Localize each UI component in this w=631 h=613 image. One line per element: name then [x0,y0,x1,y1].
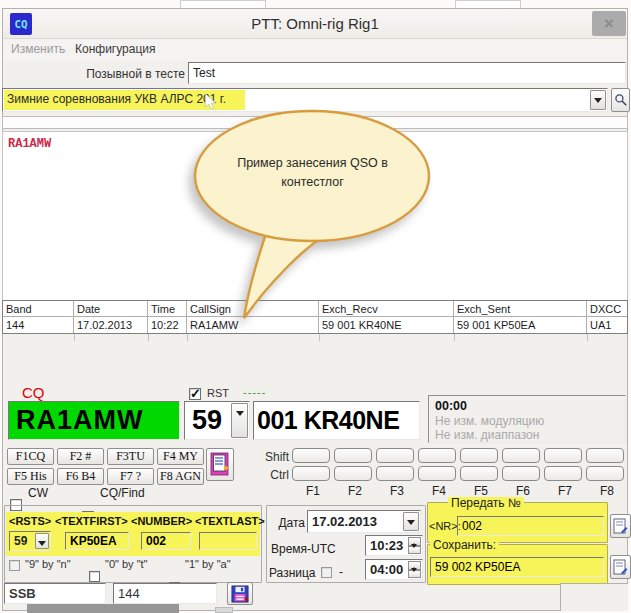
add-note-icon [210,452,230,477]
macro-header-rsts: <RSTS> [9,515,51,527]
close-button[interactable]: × [592,11,626,36]
status-line-1: Не изм. модуляцию [435,414,619,428]
save-group-label: Сохранить: [430,539,499,551]
note-edit-icon [613,559,628,576]
shift-macro-slot[interactable] [544,448,582,463]
send-nr-button[interactable] [610,514,631,538]
nr-input[interactable] [457,516,604,536]
band-input[interactable] [113,583,217,604]
textlast-input[interactable] [199,532,257,550]
shift-macro-slot[interactable] [292,448,330,463]
ctrl-macro-slot[interactable] [292,466,330,481]
app-icon-text: CQ [14,18,27,31]
note-edit-icon [613,518,628,535]
fkey-button-f8[interactable]: F8 AGN [157,468,204,485]
macros-group: <RSTS> <TEXTFIRST> <NUMBER> <TEXTLAST> 5… [4,505,262,583]
textfirst-input[interactable] [65,532,129,550]
sub-0t-checkbox[interactable] [89,571,100,582]
rig-status-panel: 00:00 Не изм. модуляцию Не изм. диаппазо… [428,395,626,443]
spin-down-icon[interactable] [408,570,421,579]
fkey-button-f2[interactable]: F2 # [57,448,104,465]
ctrl-macro-slot[interactable] [418,466,456,481]
cell-dxcc: UA1 [587,317,627,333]
rst-dropdown-arrow-icon[interactable] [231,403,248,438]
ctrl-macro-slot[interactable] [334,466,372,481]
mode-input[interactable] [4,583,106,604]
col-dxcc: DXCC [587,301,627,317]
contest-combobox[interactable]: Зимние соревнования УКВ АЛРС 201 г. [2,88,608,112]
bottom-right-panel [560,583,628,611]
log-callsign-text: RA1AMW [8,137,51,151]
send-nr-group-label: Передать № [448,497,524,509]
fkey-button-f1[interactable]: F1CQ [7,448,54,465]
rsts-combobox[interactable]: 59 [9,531,51,551]
menu-item-edit[interactable]: Изменить [11,42,65,56]
floppy-save-icon [231,585,249,603]
ctrl-macro-slot[interactable] [586,466,624,481]
ctrl-macro-slot[interactable] [502,466,540,481]
utc-spinner[interactable]: 10:23 [365,535,423,556]
sub-9n-checkbox[interactable] [9,560,20,571]
ctrl-macro-slot[interactable] [376,466,414,481]
rst-checkbox[interactable] [189,388,201,400]
exchange-input[interactable]: 001 KR40NE [253,401,420,440]
diff-spinner[interactable]: 04:00 [365,559,423,580]
mouse-cursor-icon [204,93,217,111]
title-bar: CQ PTT: Omni-rig Rig1 × [3,9,627,39]
shift-macro-slot[interactable] [334,448,372,463]
log-text-panel[interactable]: RA1AMW [2,131,628,300]
fkey-label: F7 [544,484,586,498]
fkey-button-f3[interactable]: F3TU [107,448,154,465]
table-gridline-stub [74,334,75,341]
collapsed-panel-strip [2,116,628,129]
background-artifact [215,607,233,613]
save-note-button[interactable] [610,555,631,579]
status-line-2: Не изм. диаппазон [435,428,619,442]
number-input[interactable] [141,532,191,550]
shift-macro-slot[interactable] [502,448,540,463]
menu-item-config[interactable]: Конфигурация [75,42,156,56]
fkey-button-f6[interactable]: F6 B4 [57,468,104,485]
screenshot-root: CQ PTT: Omni-rig Rig1 × Изменить Конфигу… [0,0,631,613]
contest-dropdown-arrow-icon[interactable] [590,90,606,110]
cell-callsign: RA1AMW [187,317,319,333]
menu-bar: Изменить Конфигурация [3,39,627,61]
fkey-button-f4[interactable]: F4 MY [157,448,204,465]
add-macro-button[interactable] [206,448,234,481]
shift-macro-slot[interactable] [586,448,624,463]
shift-macro-slot[interactable] [376,448,414,463]
fkey-button-f7[interactable]: F7 ? [107,468,154,485]
contest-search-button[interactable] [611,88,630,112]
cell-date: 17.02.2013 [74,317,148,333]
test-callsign-input[interactable] [188,62,626,84]
fkey-label: F2 [334,484,376,498]
rsts-dropdown-arrow-icon[interactable] [35,533,49,549]
date-dropdown-arrow-icon[interactable] [403,512,419,531]
shift-macro-slot[interactable] [460,448,498,463]
callsign-value: RA1AMW [9,402,179,438]
cell-exch-sent: 59 001 KP50EA [454,317,587,333]
date-combobox[interactable]: 17.02.2013 [307,510,421,533]
shift-macro-row [292,448,624,463]
shift-macro-slot[interactable] [418,448,456,463]
ctrl-macro-slot[interactable] [544,466,582,481]
close-icon: × [604,14,614,34]
table-row[interactable]: 144 17.02.2013 10:22 RA1AMW 59 001 KR40N… [3,317,627,333]
diff-spin-arrows[interactable] [408,561,421,578]
save-input[interactable] [430,557,604,577]
app-icon: CQ [10,13,32,35]
callsign-input[interactable]: RA1AMW [8,401,180,440]
log-table: Band Date Time CallSign Exch_Recv Exch_S… [2,300,628,334]
rst-combobox[interactable]: 59 [184,401,250,440]
exchange-value: 001 KR40NE [254,402,419,438]
col-callsign: CallSign [187,301,319,317]
table-gridline-stub [454,334,455,341]
ctrl-macro-slot[interactable] [460,466,498,481]
background-taskbar-artifact [27,604,179,613]
sub-9n-label: "9" by "n" [25,558,71,570]
spin-down-icon[interactable] [408,546,421,555]
diff-checkbox[interactable] [321,567,332,578]
utc-spin-arrows[interactable] [408,537,421,554]
fkey-button-f5[interactable]: F5 His [7,468,54,485]
save-log-button[interactable] [227,582,253,605]
